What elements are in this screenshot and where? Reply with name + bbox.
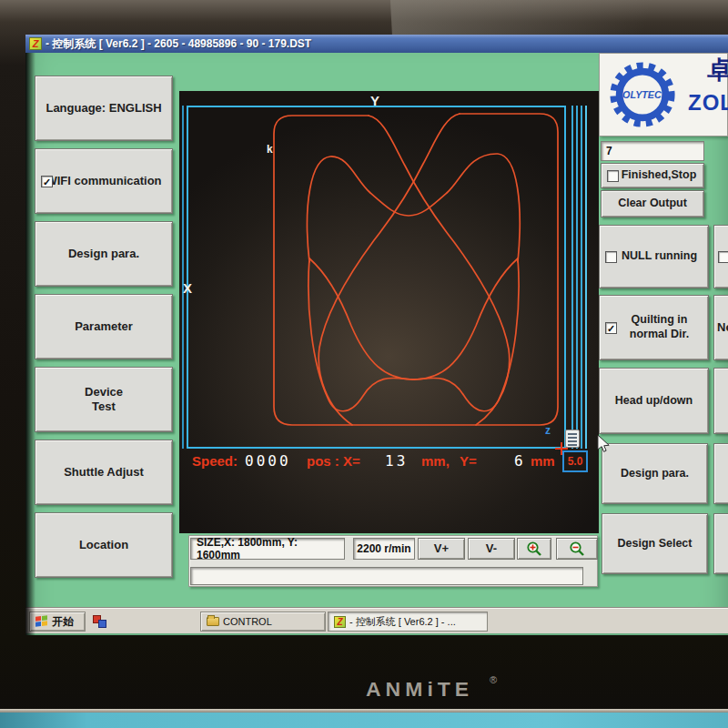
start-label: 开始 [52, 614, 74, 630]
screen-edge-shadow [25, 53, 35, 635]
title-bar: Z - 控制系统 [ Ver6.2 ] - 2605 - 48985896 - … [25, 35, 728, 53]
second-column-label-fragment: Ne [717, 320, 728, 335]
quilting-direction-label: Quilting in normal Dir. [630, 313, 689, 341]
zoom-scale-box: 5.0 [562, 450, 588, 472]
second-column-checkbox-button[interactable] [713, 225, 728, 288]
design-select-label: Design Select [618, 537, 693, 551]
pos-y-unit: mm [531, 453, 555, 469]
zoom-in-icon [526, 541, 542, 557]
clear-output-button[interactable]: Clear Output [601, 190, 704, 217]
design-select-button[interactable]: Design Select [602, 513, 708, 574]
second-column-button[interactable] [713, 443, 728, 504]
head-updown-button[interactable]: Head up/down [599, 368, 709, 434]
pos-y-label: Y= [460, 453, 477, 469]
app-icon: Z [29, 37, 42, 50]
z-scale-line [581, 106, 582, 449]
design-para-sidebar-label: Design para. [68, 247, 139, 261]
taskbar-item-control[interactable]: CONTROL [200, 612, 326, 632]
speed-value: 0000 [245, 452, 291, 470]
null-running-label: NULL running [622, 249, 697, 264]
quilt-pattern [187, 106, 566, 449]
taskbar: 开始 CONTROL Z - 控制系统 [ Ver6.2 ] - ... [25, 608, 728, 633]
language-label: Language: ENGLISH [46, 101, 161, 116]
wifi-communication-button[interactable]: ✓ WIFI communication [35, 148, 173, 214]
folder-icon [207, 617, 219, 626]
finished-stop-checkbox[interactable] [607, 170, 619, 182]
second-column-checkbox[interactable] [718, 251, 728, 263]
x-axis-label: X [183, 280, 192, 296]
zoom-out-icon [569, 541, 585, 557]
pos-x-unit: mm, [421, 453, 450, 469]
design-count-value: 7 [606, 145, 612, 157]
null-running-checkbox[interactable] [605, 251, 617, 263]
second-column-button[interactable] [713, 513, 728, 574]
app-icon-small: Z [334, 616, 346, 628]
location-label: Location [79, 538, 128, 552]
parameter-label: Parameter [75, 319, 133, 334]
shuttle-adjust-button[interactable]: Shuttle Adjust [35, 440, 173, 505]
k-marker: k [267, 143, 273, 156]
device-test-button[interactable]: Device Test [35, 367, 173, 432]
v-plus-button[interactable]: V+ [418, 538, 465, 560]
z-marker: z [545, 424, 551, 437]
message-field[interactable] [190, 567, 583, 585]
device-test-label: Device Test [85, 385, 123, 415]
quilting-direction-button[interactable]: ✓ Quilting in normal Dir. [599, 295, 709, 360]
z-scale-line [585, 106, 587, 449]
bottom-toolbar: SIZE,X: 1800mm, Y: 1600mm 2200 r/min V+ … [188, 535, 598, 587]
window-title: - 控制系统 [ Ver6.2 ] - 2605 - 48985896 - 90… [46, 36, 311, 52]
v-minus-label: V- [486, 541, 497, 556]
gear-brand-text: ZOLYTECH [616, 89, 669, 100]
design-para-button[interactable]: Design para. [602, 443, 708, 504]
head-updown-label: Head up/down [615, 394, 693, 409]
parameter-button[interactable]: Parameter [35, 294, 173, 359]
design-canvas[interactable]: Y X k z 5.0 Speed: 0000 pos : X= 13 mm, … [179, 91, 599, 533]
rpm-value: 2200 r/min [357, 542, 410, 555]
start-button[interactable]: 开始 [29, 612, 86, 632]
taskbar-item-control-label: CONTROL [223, 616, 272, 627]
speed-label: Speed: [192, 453, 238, 469]
zoom-out-button[interactable] [556, 538, 598, 560]
second-column-button[interactable] [713, 368, 728, 434]
second-column-needle-button[interactable]: Ne [713, 295, 728, 360]
shuttle-adjust-label: Shuttle Adjust [64, 465, 144, 480]
wifi-checkbox[interactable]: ✓ [41, 176, 53, 187]
windows-logo-icon [35, 615, 48, 627]
rpm-field[interactable]: 2200 r/min [353, 538, 415, 560]
taskbar-item-app-label: - 控制系统 [ Ver6.2 ] - ... [349, 615, 456, 629]
screen: Z - 控制系统 [ Ver6.2 ] - 2605 - 48985896 - … [25, 35, 728, 635]
canvas-outer-line [182, 106, 184, 449]
zoom-scale-value: 5.0 [568, 455, 583, 468]
design-count-field[interactable]: 7 [601, 141, 704, 161]
pos-x-value: 13 [385, 452, 408, 470]
monitor-photo: Z - 控制系统 [ Ver6.2 ] - 2605 - 48985896 - … [0, 0, 728, 728]
pattern-ribbon-right [309, 258, 519, 411]
v-plus-label: V+ [434, 541, 449, 556]
zoom-in-button[interactable] [517, 538, 551, 560]
location-button[interactable]: Location [35, 512, 173, 578]
pattern-top-arches [308, 154, 521, 262]
clear-output-label: Clear Output [618, 197, 687, 211]
quick-launch-icon[interactable] [93, 615, 107, 629]
background-wall [0, 713, 728, 728]
finished-stop-button[interactable]: Finished,Stop [601, 163, 704, 188]
design-para-label: Design para. [621, 467, 689, 481]
size-field[interactable]: SIZE,X: 1800mm, Y: 1600mm [190, 538, 345, 560]
brand-cjk: 卓 [707, 54, 728, 86]
monitor-brand: ANMiTE [366, 679, 473, 702]
mouse-cursor [597, 435, 612, 453]
taskbar-item-app[interactable]: Z - 控制系统 [ Ver6.2 ] - ... [328, 612, 488, 632]
v-minus-button[interactable]: V- [468, 538, 515, 560]
pattern-ribbon-left [308, 258, 518, 411]
pos-y-value: 6 [514, 452, 526, 470]
design-para-sidebar-button[interactable]: Design para. [35, 221, 173, 287]
zolytech-gear-icon: ZOLYTECH [607, 59, 678, 130]
null-running-button[interactable]: NULL running [599, 225, 709, 288]
wifi-label: WIFI communication [46, 174, 161, 188]
language-button[interactable]: Language: ENGLISH [35, 76, 173, 141]
z-scale-line [576, 106, 578, 449]
quilting-direction-checkbox[interactable]: ✓ [605, 322, 617, 334]
monitor-brand-reg: ® [490, 674, 497, 685]
z-scale-line [571, 106, 573, 449]
size-value: SIZE,X: 1800mm, Y: 1600mm [197, 536, 344, 561]
